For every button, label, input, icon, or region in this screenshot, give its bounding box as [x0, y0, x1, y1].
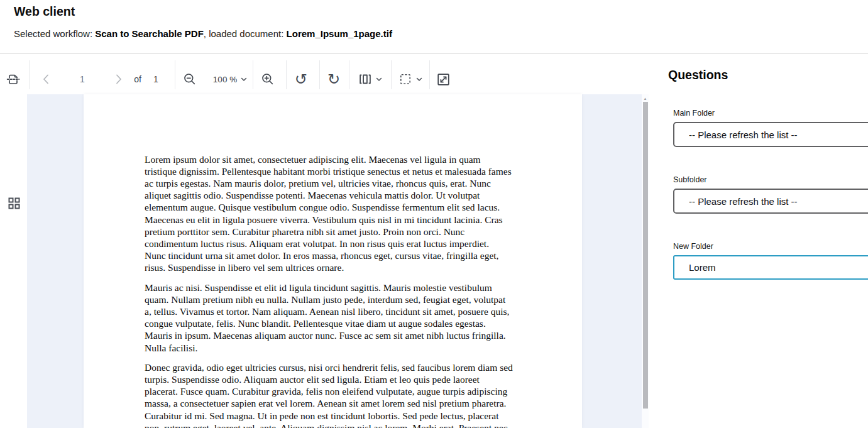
workflow-name: Scan to Searchable PDF: [95, 28, 204, 39]
main-folder-field: Main Folder -- Please refresh the list -…: [673, 109, 868, 147]
rotate-left-icon: ↺: [295, 72, 307, 87]
document-text-line: turpis. Suspendisse odio. Aliquam auctor…: [145, 373, 534, 385]
zoom-out-button[interactable]: [177, 67, 202, 92]
document-text-line: ac turpis egestas. Nam mauris dolor, pre…: [145, 177, 534, 189]
document-text-line: Maecenas eu elit in ligula posuere viver…: [145, 214, 534, 226]
document-text-line: a, tellus. Vivamus et tortor. Nam aliqua…: [145, 305, 534, 317]
previous-page-button[interactable]: [33, 67, 58, 92]
workflow-prefix: Selected workflow:: [14, 28, 95, 39]
select-region-icon: [398, 72, 413, 87]
document-text-line: placerat. Fusce quam. Curabitur gravida,…: [145, 385, 534, 397]
document-text-line: pretium porttitor sem. Curabitur pharetr…: [145, 226, 534, 238]
fullscreen-button[interactable]: [431, 67, 456, 92]
zoom-out-icon: [182, 72, 197, 87]
rotate-left-button[interactable]: ↺: [288, 67, 314, 92]
document-text-line: condimentum luctus risus. Aliquam erat v…: [145, 238, 534, 250]
toolbar-separator: [391, 60, 392, 89]
app-header: Web client Selected workflow: Scan to Se…: [0, 0, 868, 54]
document-text-line: Nunc tincidunt urna sit amet dolor. In e…: [145, 250, 534, 261]
document-paragraph: Donec gravida, odio eget ultricies cursu…: [145, 361, 534, 428]
workflow-status: Selected workflow: Scan to Searchable PD…: [14, 28, 392, 39]
zoom-level-value: 100 %: [213, 75, 237, 84]
toolbar-separator: [175, 60, 175, 89]
new-folder-field: New Folder: [673, 242, 868, 280]
rotate-right-icon: ↻: [327, 72, 340, 87]
thumbnails-sidebar: [0, 94, 27, 428]
document-text-line: Nulla facilisi.: [145, 342, 534, 354]
document-text-line: Mauris in ipsum. Maecenas aliquam auctor…: [145, 329, 534, 341]
chevron-down-icon: [416, 77, 422, 82]
toolbar-separator: [286, 60, 287, 89]
subfolder-selected-value: -- Please refresh the list --: [689, 196, 798, 207]
toolbar-separator: [253, 60, 253, 89]
fit-page-dropdown[interactable]: [353, 67, 386, 92]
toolbar-separator: [429, 60, 430, 89]
page-total: 1: [143, 67, 168, 92]
panel-fields: Main Folder -- Please refresh the list -…: [673, 109, 868, 308]
document-text-line: massa, a consectetuer sapien erat vel lo…: [145, 397, 534, 409]
document-paragraph: Mauris ac nisi. Suspendisse et elit id l…: [145, 282, 534, 354]
next-page-button[interactable]: [106, 67, 131, 92]
web-client-app: Web client Selected workflow: Scan to Se…: [0, 0, 868, 428]
document-text-line: non, rutrum eget, laoreet vel, ante. Ali…: [145, 422, 534, 428]
main-folder-select[interactable]: -- Please refresh the list --: [673, 122, 868, 147]
subfolder-field: Subfolder -- Please refresh the list --: [673, 175, 868, 214]
zoom-level-dropdown[interactable]: 100 %: [211, 67, 250, 92]
main-folder-selected-value: -- Please refresh the list --: [689, 129, 798, 140]
scan-document-button[interactable]: [1, 67, 26, 92]
document-text-line: Curabitur id mi. Sed magna. Ut in pede n…: [145, 410, 534, 422]
questions-panel: Questions Main Folder -- Please refresh …: [649, 54, 868, 428]
zoom-in-button[interactable]: [255, 67, 280, 92]
document-text-line: aliquet sagittis odio. Suspendisse poten…: [145, 189, 534, 201]
document-text-line: Donec gravida, odio eget ultricies cursu…: [145, 361, 534, 373]
vertical-scrollbar[interactable]: ▲: [642, 94, 649, 428]
rotate-right-button[interactable]: ↻: [321, 67, 346, 92]
document-text-line: tristique dignissim. Pellentesque habita…: [145, 165, 534, 177]
main-folder-label: Main Folder: [673, 109, 868, 118]
document-text-line: quam. Nullam pretium nibh eu nulla. Null…: [145, 294, 534, 305]
toolbar-separator: [29, 60, 30, 89]
document-prefix: , loaded document:: [204, 28, 287, 39]
thumbnail-grid-button[interactable]: [4, 194, 23, 212]
fit-page-icon: [358, 72, 373, 87]
document-page: Lorem ipsum dolor sit amet, consectetuer…: [84, 94, 582, 428]
document-paragraph: Lorem ipsum dolor sit amet, consectetuer…: [145, 153, 534, 274]
new-folder-input[interactable]: [673, 255, 868, 280]
toolbar-separator: [349, 60, 349, 89]
document-text-line: elementum augue. Quisque vestibulum cong…: [145, 201, 534, 213]
thumbnail-grid-icon: [8, 197, 20, 209]
next-page-icon: [115, 74, 123, 85]
document-text-line: Mauris ac nisi. Suspendisse et elit id l…: [145, 282, 534, 294]
chevron-down-icon: [241, 77, 247, 82]
document-name: Lorem_Ipsum_1page.tif: [287, 28, 392, 39]
chevron-down-icon: [376, 77, 382, 82]
fullscreen-icon: [436, 72, 451, 87]
document-viewer: Lorem ipsum dolor sit amet, consectetuer…: [27, 94, 642, 428]
subfolder-select[interactable]: -- Please refresh the list --: [673, 189, 868, 214]
panel-title: Questions: [668, 68, 728, 82]
toolbar-separator: [319, 60, 320, 89]
document-text-line: congue vulputate, felis. Nunc blandit. P…: [145, 317, 534, 329]
scroll-up-arrow-icon[interactable]: ▲: [642, 96, 649, 102]
scan-document-icon: [5, 71, 21, 87]
zoom-in-icon: [260, 72, 275, 87]
subfolder-label: Subfolder: [673, 175, 868, 184]
scrollbar-thumb[interactable]: [643, 102, 648, 409]
previous-page-icon: [42, 74, 50, 85]
document-text-line: risus. Suspendisse in libero vel sem ult…: [145, 261, 534, 273]
page-number-field[interactable]: 1: [70, 67, 95, 92]
new-folder-label: New Folder: [673, 242, 868, 251]
document-text: Lorem ipsum dolor sit amet, consectetuer…: [145, 153, 534, 428]
page-title: Web client: [14, 4, 75, 19]
document-text-line: Lorem ipsum dolor sit amet, consectetuer…: [145, 153, 534, 165]
select-region-dropdown[interactable]: [393, 67, 426, 92]
